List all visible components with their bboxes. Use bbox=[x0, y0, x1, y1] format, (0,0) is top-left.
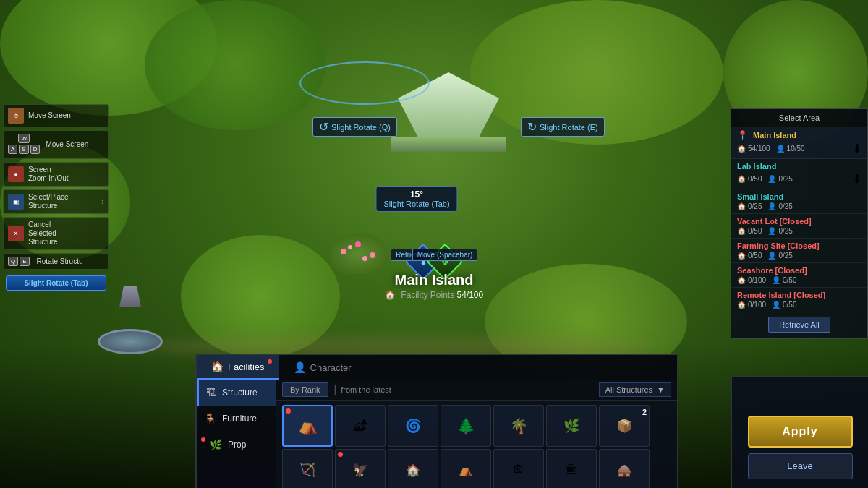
area-item-vacant-lot[interactable]: Vacant Lot [Closed] 🏠0/50 👤0/25 bbox=[731, 214, 867, 239]
e-key: E bbox=[20, 257, 29, 266]
category-structure[interactable]: 🏗 Structure bbox=[197, 380, 276, 406]
flower-bush bbox=[330, 234, 388, 278]
island-info: Main Island 🏠 Facility Points 54/100 bbox=[385, 272, 483, 300]
person-icon-vacant: 👤 bbox=[767, 227, 776, 235]
tabs-row: 🏠 Facilities 👤 Character bbox=[197, 355, 677, 380]
house-icon-vacant: 🏠 bbox=[737, 227, 746, 235]
download-icon-main: ⬇ bbox=[852, 142, 861, 155]
area-item-main-island[interactable]: 📍 Main Island 🏠54/100 👤10/50 ⬇ bbox=[731, 127, 867, 159]
tab-facilities[interactable]: 🏠 Facilities bbox=[197, 355, 279, 380]
area-stats-remote: 🏠0/100 👤0/50 bbox=[737, 301, 861, 309]
item-3[interactable]: 🌀 bbox=[388, 405, 438, 447]
item-6[interactable]: 🌿 bbox=[546, 405, 597, 447]
area-stats-lab: 🏠0/50 👤0/25 ⬇ bbox=[737, 172, 861, 186]
area-stats-vacant: 🏠0/50 👤0/25 bbox=[737, 227, 861, 235]
select-area-title: Select Area bbox=[731, 109, 867, 127]
fountain bbox=[94, 307, 166, 365]
rotate-label: Rotate Structu bbox=[37, 257, 83, 266]
category-furniture[interactable]: 🪑 Furniture bbox=[197, 406, 276, 432]
area-item-lab-island[interactable]: Lab Island 🏠0/50 👤0/25 ⬇ bbox=[731, 159, 867, 189]
filter-order-text: from the latest bbox=[341, 385, 391, 394]
item-14[interactable]: 🛖 bbox=[599, 449, 650, 488]
category-prop[interactable]: 🌿 Prop bbox=[197, 432, 276, 458]
rotate-right-arrow: ↻ bbox=[527, 120, 537, 134]
house-icon-remote: 🏠 bbox=[737, 301, 746, 309]
item-10[interactable]: 🏠 bbox=[388, 449, 438, 488]
retrieve-all-button[interactable]: Retrieve All bbox=[768, 317, 830, 333]
facilities-tab-icon: 🏠 bbox=[211, 361, 224, 372]
tab-character[interactable]: 👤 Character bbox=[279, 355, 366, 380]
area-stats-farming: 🏠0/50 👤0/25 bbox=[737, 252, 861, 260]
move-screen-wasd-label: Move Screen bbox=[46, 140, 88, 149]
category-sidebar: 🏗 Structure 🪑 Furniture 🌿 Prop bbox=[197, 380, 276, 488]
slight-rotate-tab-btn[interactable]: Slight Rotate (Tab) bbox=[6, 275, 106, 291]
rotate-left-arrow: ↺ bbox=[319, 120, 328, 134]
move-screen-mouse-label: Move Screen bbox=[28, 111, 71, 120]
item-5[interactable]: 🌴 bbox=[493, 405, 544, 447]
item-11[interactable]: ⛺ bbox=[441, 449, 491, 488]
selection-ring bbox=[299, 61, 430, 105]
items-grid: ⛺ 🏕 🌀 🌲 🌴 🌿 2 📦 bbox=[276, 401, 677, 488]
leave-button[interactable]: Leave bbox=[748, 453, 853, 479]
house-icon-main: 🏠 bbox=[737, 145, 746, 153]
download-icon-lab: ⬇ bbox=[852, 172, 861, 186]
control-cancel: ✕ CancelSelectedStructure bbox=[3, 217, 109, 250]
rotate-right-label: ↻ Slight Rotate (E) bbox=[521, 117, 605, 137]
area-name-lab: Lab Island bbox=[737, 162, 861, 171]
zoom-icon: ● bbox=[8, 166, 24, 182]
control-move-mouse: 🖱 Move Screen bbox=[3, 104, 109, 127]
item-9[interactable]: 🦅 bbox=[335, 449, 386, 488]
area-name-seashore: Seashore [Closed] bbox=[737, 266, 861, 275]
area-item-seashore[interactable]: Seashore [Closed] 🏠0/100 👤0/50 bbox=[731, 263, 867, 288]
control-zoom: ● ScreenZoom In/Out bbox=[3, 162, 109, 187]
dropdown-arrow-icon: ▼ bbox=[657, 385, 665, 394]
person-icon-farming: 👤 bbox=[767, 252, 776, 260]
control-select-place: ▣ Select/PlaceStructure › bbox=[3, 189, 109, 214]
area-item-remote-island[interactable]: Remote Island [Closed] 🏠0/100 👤0/50 bbox=[731, 288, 867, 312]
items-area: By Rank | from the latest All Structures… bbox=[276, 380, 677, 488]
zoom-label: ScreenZoom In/Out bbox=[28, 166, 69, 183]
filter-separator: | bbox=[334, 384, 337, 395]
area-item-small-island[interactable]: Small Island 🏠0/25 👤0/25 bbox=[731, 189, 867, 214]
facility-value: 54/100 bbox=[457, 290, 484, 300]
area-item-farming-site[interactable]: Farming Site [Closed] 🏠0/50 👤0/25 bbox=[731, 239, 867, 263]
right-panel: Select Area 📍 Main Island 🏠54/100 👤10/50… bbox=[731, 108, 868, 339]
person-icon-remote: 👤 bbox=[772, 301, 780, 309]
item-7[interactable]: 2 📦 bbox=[599, 405, 650, 447]
item-7-count: 2 bbox=[642, 408, 647, 416]
item-4[interactable]: 🌲 bbox=[441, 405, 491, 447]
cancel-icon: ✕ bbox=[8, 226, 24, 241]
item-2[interactable]: 🏕 bbox=[335, 405, 386, 447]
item-1[interactable]: ⛺ bbox=[282, 405, 333, 447]
item-12[interactable]: 🏚 bbox=[493, 449, 544, 488]
item-1-dot bbox=[286, 408, 291, 414]
character-tab-icon: 👤 bbox=[294, 361, 306, 373]
item-9-dot bbox=[338, 452, 343, 457]
facilities-tab-dot bbox=[268, 359, 272, 364]
left-panel: 🖱 Move Screen W A S D Move Screen ● Scre… bbox=[0, 101, 112, 294]
q-key: Q bbox=[8, 257, 18, 266]
furniture-icon: 🪑 bbox=[204, 413, 216, 424]
control-rotate: Q E Rotate Structu bbox=[3, 253, 109, 270]
house-icon-seashore: 🏠 bbox=[737, 276, 746, 284]
area-name-main: 📍 Main Island bbox=[737, 130, 861, 140]
structure-icon: 🏗 bbox=[206, 387, 216, 398]
rotate-tooltip: 15° Slight Rotate (Tab) bbox=[375, 186, 457, 212]
cancel-label: CancelSelectedStructure bbox=[28, 221, 58, 247]
item-13[interactable]: 🏛 bbox=[546, 449, 597, 488]
control-move-wasd: W A S D Move Screen bbox=[3, 130, 109, 159]
sort-btn[interactable]: By Rank bbox=[282, 382, 328, 397]
facility-icon: 🏠 bbox=[385, 290, 396, 300]
person-icon-small: 👤 bbox=[767, 202, 776, 210]
area-name-small: Small Island bbox=[737, 192, 861, 201]
house-icon-farming: 🏠 bbox=[737, 252, 746, 260]
type-select[interactable]: All Structures ▼ bbox=[599, 382, 671, 397]
apply-button[interactable]: Apply bbox=[748, 416, 853, 448]
d-key: D bbox=[30, 145, 41, 154]
area-name-vacant: Vacant Lot [Closed] bbox=[737, 217, 861, 226]
area-stats-seashore: 🏠0/100 👤0/50 bbox=[737, 276, 861, 284]
person-icon-main: 👤 bbox=[776, 145, 785, 153]
item-8[interactable]: 🏹 bbox=[282, 449, 333, 488]
move-label: Move (Spacebar) bbox=[412, 249, 478, 261]
s-key: S bbox=[19, 145, 28, 154]
